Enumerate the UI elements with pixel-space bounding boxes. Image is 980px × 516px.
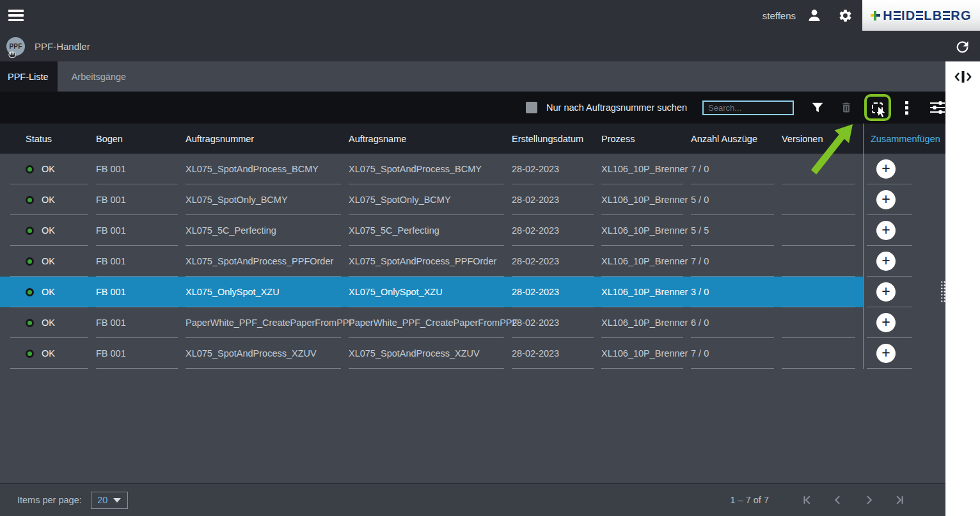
auftragsname-cell: XL075_SpotAndProcess_BCMY: [349, 154, 512, 184]
auftragsname-cell: XL075_SpotAndProcess_PPFOrder: [349, 246, 512, 277]
erstellungsdatum-cell: 28-02-2023: [512, 184, 601, 215]
table-row[interactable]: OK FB 001 XL075_SpotAndProcess_PPFOrder …: [0, 246, 945, 277]
auftragsname-cell: XL075_SpotAndProcess_XZUV: [349, 338, 512, 369]
table-row[interactable]: OK FB 001 XL075_SpotAndProcess_XZUV XL07…: [0, 338, 945, 369]
auftragsnummer-cell: PaperWhite_PPF_CreatePaperFromPPF: [186, 307, 349, 338]
merge-add-button[interactable]: +: [876, 344, 896, 363]
erstellungsdatum-cell: 28-02-2023: [512, 246, 601, 277]
column-header-anzahl-auszuege[interactable]: Anzahl Auszüge: [691, 134, 782, 144]
table-row[interactable]: OK FB 001 XL075_SpotOnly_BCMY XL075_Spot…: [0, 184, 945, 215]
delete-icon[interactable]: [840, 100, 853, 115]
table-header: Status Bogen Auftragsnummer Auftragsname…: [0, 124, 945, 154]
previous-page-icon[interactable]: [823, 490, 853, 510]
merge-add-button[interactable]: +: [876, 159, 896, 179]
prozess-cell: XL106_10P_Brenner: [601, 154, 691, 184]
auftragsname-cell: XL075_5C_Perfecting: [349, 215, 512, 246]
table-row[interactable]: OK FB 001 XL075_5C_Perfecting XL075_5C_P…: [0, 215, 945, 246]
bogen-cell: FB 001: [96, 338, 186, 369]
table-row[interactable]: OK FB 001 PaperWhite_PPF_CreatePaperFrom…: [0, 307, 945, 338]
first-page-icon[interactable]: [792, 490, 823, 510]
erstellungsdatum-cell: 28-02-2023: [512, 154, 601, 184]
panel-resize-handle[interactable]: [940, 280, 947, 303]
auftragsname-cell: XL075_SpotOnly_BCMY: [349, 184, 512, 215]
tab-ppf-liste[interactable]: PPF-Liste: [0, 61, 58, 92]
app-title: PPF-Handler: [35, 41, 90, 52]
order-number-only-label: Nur nach Auftragsnummer suchen: [546, 102, 687, 113]
chevron-down-icon: [113, 498, 121, 503]
panel-toggle-icon[interactable]: [954, 70, 972, 84]
status-text: OK: [42, 164, 55, 174]
column-header-prozess[interactable]: Prozess: [601, 134, 691, 144]
anzahl-auszuege-cell: 7 / 0: [691, 246, 782, 277]
plus-icon: +: [881, 284, 890, 299]
heidelberg-logo: HIDLBRG: [862, 0, 980, 31]
items-per-page-select[interactable]: 20: [91, 492, 128, 509]
auftragsnummer-cell: XL075_SpotAndProcess_BCMY: [186, 154, 349, 184]
next-page-icon[interactable]: [853, 490, 884, 510]
erstellungsdatum-cell: 28-02-2023: [512, 307, 601, 338]
auftragsnummer-cell: XL075_5C_Perfecting: [186, 215, 349, 246]
column-header-versionen[interactable]: Versionen: [782, 134, 863, 144]
anzahl-auszuege-cell: 5 / 0: [691, 184, 782, 215]
column-header-auftragsname[interactable]: Auftragsname: [349, 134, 512, 144]
ppf-app-icon: PPF: [6, 37, 25, 56]
prozess-cell: XL106_10P_Brenner: [601, 307, 691, 338]
merge-add-button[interactable]: +: [876, 190, 896, 209]
page-range-text: 1 – 7 of 7: [731, 495, 769, 505]
auftragsname-cell: PaperWhite_PPF_CreatePaperFromPPF: [349, 307, 512, 338]
search-input[interactable]: [702, 101, 794, 115]
right-side-panel: [945, 61, 980, 516]
status-text: OK: [42, 318, 55, 328]
merge-add-button[interactable]: +: [876, 221, 896, 240]
merge-add-button[interactable]: +: [876, 313, 896, 332]
filter-icon[interactable]: [810, 100, 825, 115]
status-ok-dot: [26, 257, 34, 266]
status-ok-dot: [26, 350, 34, 358]
bogen-cell: FB 001: [96, 277, 186, 307]
order-number-only-checkbox[interactable]: [526, 102, 537, 113]
refresh-icon[interactable]: [952, 36, 972, 57]
anzahl-auszuege-cell: 3 / 0: [691, 277, 782, 307]
bogen-cell: FB 001: [96, 215, 186, 246]
last-page-icon[interactable]: [884, 490, 915, 510]
plus-icon: +: [881, 346, 890, 360]
heidelberg-plus-icon: [871, 11, 880, 20]
table-row[interactable]: OK FB 001 XL075_OnlySpot_XZU XL075_OnlyS…: [0, 277, 945, 307]
anzahl-auszuege-cell: 7 / 0: [691, 338, 782, 369]
anzahl-auszuege-cell: 6 / 0: [691, 307, 782, 338]
tune-icon[interactable]: [929, 100, 945, 115]
status-ok-dot: [26, 288, 34, 296]
plus-icon: +: [881, 192, 890, 207]
merge-column-divider: [863, 124, 864, 369]
bogen-cell: FB 001: [96, 246, 186, 277]
auftragsname-cell: XL075_OnlySpot_XZU: [349, 277, 512, 307]
versionen-cell: [782, 277, 863, 307]
tab-bar: PPF-Liste Arbeitsgänge: [0, 61, 945, 92]
plus-icon: +: [881, 161, 890, 176]
toolbar: Nur nach Auftragsnummer suchen: [0, 92, 945, 124]
multi-select-icon[interactable]: [868, 98, 887, 117]
user-avatar-icon[interactable]: [803, 4, 825, 26]
tab-arbeitsgaenge[interactable]: Arbeitsgänge: [58, 61, 140, 92]
merge-add-button[interactable]: +: [876, 252, 896, 271]
plus-icon: +: [881, 223, 890, 238]
column-header-erstellungsdatum[interactable]: Erstellungsdatum: [512, 134, 601, 144]
erstellungsdatum-cell: 28-02-2023: [512, 215, 601, 246]
brand-logo-text: HIDLBRG: [883, 9, 971, 22]
column-header-zusammenfuegen[interactable]: Zusammenfügen: [863, 134, 945, 144]
prozess-cell: XL106_10P_Brenner: [601, 338, 691, 369]
settings-gear-icon[interactable]: [834, 4, 856, 26]
table-row[interactable]: OK FB 001 XL075_SpotAndProcess_BCMY XL07…: [0, 154, 945, 184]
column-header-auftragsnummer[interactable]: Auftragsnummer: [186, 134, 349, 144]
prozess-cell: XL106_10P_Brenner: [601, 184, 691, 215]
bogen-cell: FB 001: [96, 154, 186, 184]
anzahl-auszuege-cell: 5 / 5: [691, 215, 782, 246]
bogen-cell: FB 001: [96, 184, 186, 215]
auftragsnummer-cell: XL075_SpotAndProcess_XZUV: [186, 338, 349, 369]
column-header-status[interactable]: Status: [0, 134, 96, 144]
hamburger-menu-icon[interactable]: [8, 10, 24, 21]
plus-icon: +: [881, 254, 890, 268]
column-header-bogen[interactable]: Bogen: [96, 134, 186, 144]
more-menu-icon[interactable]: [901, 100, 913, 115]
merge-add-button[interactable]: +: [876, 282, 896, 302]
